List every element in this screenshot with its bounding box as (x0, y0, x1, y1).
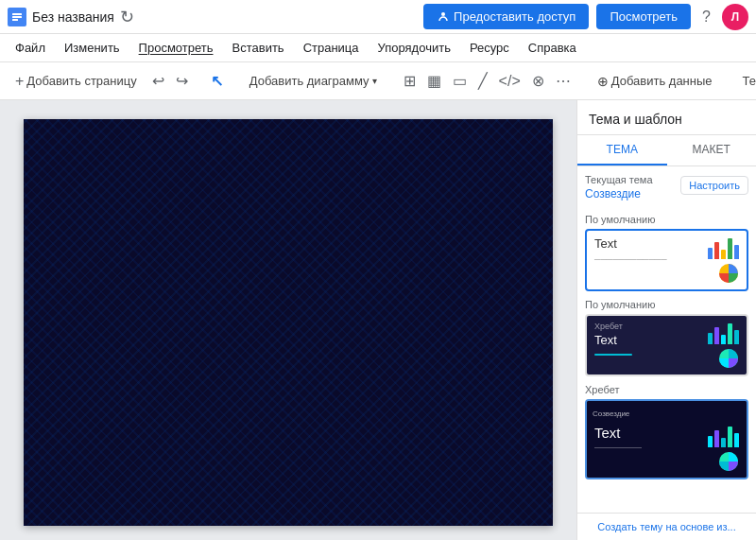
table-button[interactable]: ▦ (423, 68, 445, 94)
grid-button[interactable]: ⊞ (400, 68, 420, 94)
theme-card-spine-inner: Хребет Text (587, 316, 747, 375)
pie-chart-constellation (718, 451, 739, 472)
theme-card-default-visual (708, 236, 739, 284)
tab-layout[interactable]: МАКЕТ (667, 135, 757, 165)
more-shapes-button[interactable]: ⋯ (552, 68, 575, 94)
mini-bars-spine (708, 322, 739, 344)
const-bar-2 (714, 430, 719, 447)
pie-chart-spine (718, 348, 739, 369)
const-bar-4 (728, 427, 732, 447)
theme-card-default-inner: Text ──────────── (587, 231, 747, 289)
current-theme-section: Текущая тема Созвездие Настроить (585, 174, 748, 206)
spine-bar-5 (734, 330, 739, 344)
title-bar: Без названия ↻ Предоставить доступ Посмо… (0, 0, 756, 34)
add-diagram-caret: ▾ (372, 76, 377, 86)
spine-subtitle: Хребет (594, 322, 708, 331)
theme-section-constellation-label: Хребет (585, 384, 748, 395)
menu-view[interactable]: Просмотреть (131, 37, 221, 59)
menu-file[interactable]: Файл (8, 37, 53, 59)
add-diagram-button[interactable]: Добавить диаграмму ▾ (242, 70, 385, 92)
title-bar-right: Предоставить доступ Посмотреть ? Л (423, 4, 748, 30)
spine-underline (594, 354, 632, 356)
add-data-button[interactable]: ⊕ Добавить данные (590, 70, 720, 93)
right-panel: Тема и шаблон ТЕМА МАКЕТ Текущая тема Со… (576, 100, 756, 540)
theme-card-spine-text: Хребет Text (594, 322, 708, 356)
undo-button[interactable]: ↩ (148, 68, 168, 94)
theme-card-default-text: Text ──────────── (594, 236, 708, 264)
share-button[interactable]: Предоставить доступ (423, 4, 589, 29)
tab-theme[interactable]: ТЕМА (577, 135, 667, 165)
spine-bar-1 (708, 333, 713, 344)
title-bar-left: Без названия ↻ (8, 7, 423, 27)
toolbar: + Добавить страницу ↩ ↪ ↖ Добавить диагр… (0, 62, 756, 100)
shape-button[interactable]: ▭ (449, 68, 471, 94)
main-content: Тема и шаблон ТЕМА МАКЕТ Текущая тема Со… (0, 100, 756, 540)
constellation-underline (594, 447, 642, 448)
theme-card-constellation-text: Text (594, 425, 708, 448)
theme-card-constellation[interactable]: Созвездие Text (585, 399, 748, 479)
const-bar-3 (721, 438, 726, 447)
menu-bar: Файл Изменить Просмотреть Вставить Стран… (0, 34, 756, 62)
theme-card-constellation-title: Text (594, 425, 708, 442)
theme-section-default-label: По умолчанию (585, 214, 748, 225)
pie-chart-default (718, 263, 739, 284)
redo-button[interactable]: ↪ (172, 68, 192, 94)
app-icon (8, 8, 26, 26)
current-theme-name: Созвездие (585, 187, 641, 200)
panel-title: Тема и шаблон (577, 100, 756, 135)
menu-arrange[interactable]: Упорядочить (370, 37, 458, 59)
refresh-icon[interactable]: ↻ (120, 7, 134, 27)
panel-tabs: ТЕМА МАКЕТ (577, 135, 756, 166)
theme-card-default-title: Text (594, 236, 708, 252)
avatar: Л (722, 4, 748, 30)
add-page-button[interactable]: + Добавить страницу (8, 69, 145, 94)
const-bar-5 (734, 433, 739, 447)
panel-body: Текущая тема Созвездие Настроить По умол… (577, 166, 756, 513)
app-title: Без названия (32, 9, 114, 25)
mini-bars-default (708, 236, 739, 259)
view-button[interactable]: Посмотреть (596, 4, 691, 29)
link-button[interactable]: ⊗ (528, 68, 548, 94)
menu-page[interactable]: Страница (296, 37, 367, 59)
menu-help[interactable]: Справка (521, 37, 584, 59)
spine-bar-4 (728, 323, 732, 344)
theme-card-constellation-inner: Text (587, 419, 747, 478)
bar-3 (721, 250, 726, 259)
svg-rect-1 (12, 13, 22, 15)
theme-card-constellation-visual (708, 425, 739, 472)
help-button[interactable]: ? (698, 5, 714, 29)
menu-insert[interactable]: Вставить (225, 37, 292, 59)
mini-bars-constellation (708, 425, 739, 447)
create-theme-link[interactable]: Создать тему на основе из... (577, 513, 756, 540)
bar-2 (714, 242, 719, 259)
spine-bar-2 (714, 327, 719, 344)
svg-rect-2 (12, 16, 22, 18)
theme-card-default[interactable]: Text ──────────── (585, 229, 748, 291)
theme-card-spine-visual (708, 322, 739, 369)
constellation-brand-label: Созвездие (593, 409, 629, 418)
theme-button[interactable]: Тема и шаблон (735, 70, 756, 92)
bar-1 (708, 248, 713, 259)
theme-card-spine[interactable]: Хребет Text (585, 314, 748, 376)
line-button[interactable]: ╱ (474, 68, 491, 94)
customize-button[interactable]: Настроить (680, 176, 748, 195)
constellation-label-bar: Созвездие (587, 401, 747, 419)
theme-card-spine-title: Text (594, 333, 708, 348)
bar-4 (728, 238, 732, 259)
const-bar-1 (708, 436, 713, 447)
svg-rect-3 (12, 19, 18, 21)
cursor-button[interactable]: ↖ (207, 68, 227, 94)
view-label: Посмотреть (610, 9, 678, 24)
theme-section-spine-label: По умолчанию (585, 299, 748, 310)
canvas-area[interactable] (0, 100, 576, 540)
menu-resource[interactable]: Ресурс (462, 37, 517, 59)
menu-edit[interactable]: Изменить (57, 37, 128, 59)
code-button[interactable]: </> (495, 69, 524, 94)
bar-5 (734, 245, 739, 259)
svg-point-4 (441, 12, 445, 16)
theme-card-default-subtitle: ──────────── (594, 254, 708, 264)
slide-canvas[interactable] (24, 119, 553, 526)
spine-bar-3 (721, 335, 726, 344)
